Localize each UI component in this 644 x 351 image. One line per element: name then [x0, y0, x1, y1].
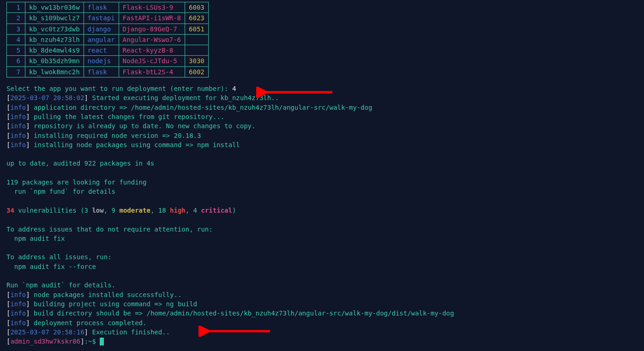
- address-all-line: To address all issues, run:: [6, 252, 638, 262]
- table-row: 4kb_nzuh4z73lhangularAngular-Wswo7-6: [7, 34, 209, 45]
- start-timestamp-line: [2025-03-07 20:58:02] Started executing …: [6, 93, 638, 102]
- run-audit-line: Run `npm audit` for details.: [6, 280, 638, 290]
- app-id: kb_vc0tz73dwb: [25, 24, 84, 34]
- app-name: NodeJS-cJTdu-5: [119, 56, 185, 66]
- row-number: 3: [7, 24, 25, 34]
- row-number: 1: [7, 2, 25, 13]
- port: [185, 45, 209, 56]
- table-row: 2kb_s109bwclz7fastapiFastAPI-i1sWR-86023: [7, 13, 209, 24]
- vulnerabilities-line: 34 vulnerabilities (3 low, 9 moderate, 1…: [6, 206, 638, 215]
- app-id: kb_0b35dzh9mn: [25, 56, 84, 66]
- framework: nodejs: [84, 56, 119, 66]
- app-name: Flask-LSUs3-9: [119, 2, 185, 13]
- row-number: 2: [7, 13, 25, 24]
- select-prompt-line: Select the app you want to run deploymen…: [6, 84, 638, 93]
- info-line: [info] repository is already up to date.…: [6, 121, 638, 131]
- port: 3030: [185, 56, 209, 66]
- app-id: kb_8de4mwl4s9: [25, 45, 84, 56]
- npm-uptodate: up to date, audited 922 packages in 4s: [6, 159, 638, 168]
- info-line: [info] build directory should be => /hom…: [6, 309, 638, 318]
- app-id: kb_lwok8mnc2h: [25, 66, 84, 77]
- npm-funding-line2: run `npm fund` for details: [6, 187, 638, 196]
- finish-timestamp-line: [2025-03-07 20:58:16] Execution finished…: [6, 327, 638, 337]
- framework: fastapi: [84, 13, 119, 24]
- framework: flask: [84, 2, 119, 13]
- app-name: React-kyyzB-8: [119, 45, 185, 56]
- info-line: [info] deployment process completed.: [6, 318, 638, 327]
- port: 6003: [185, 2, 209, 13]
- table-row: 3kb_vc0tz73dwbdjangoDjango-89GeQ-76051: [7, 24, 209, 34]
- selection-input-value: 4: [232, 85, 236, 92]
- port: 6023: [185, 13, 209, 24]
- info-line: [info] installing required node version …: [6, 131, 638, 140]
- app-id: kb_vw13br036w: [25, 2, 84, 13]
- framework: angular: [84, 34, 119, 45]
- audit-fix-line: npm audit fix: [6, 234, 638, 243]
- info-line: [info] pulling the latest changes from g…: [6, 112, 638, 121]
- info-line: [info] installing node packages using co…: [6, 140, 638, 149]
- info-line: [info] building project using command =>…: [6, 299, 638, 309]
- app-name: Flask-btL2S-4: [119, 66, 185, 77]
- blank-line: [6, 149, 638, 159]
- row-number: 7: [7, 66, 25, 77]
- port: [185, 34, 209, 45]
- framework: django: [84, 24, 119, 34]
- table-row: 1kb_vw13br036wflaskFlask-LSUs3-96003: [7, 2, 209, 13]
- app-name: Django-89GeQ-7: [119, 24, 185, 34]
- table-row: 7kb_lwok8mnc2hflaskFlask-btL2S-46002: [7, 66, 209, 77]
- framework: flask: [84, 66, 119, 77]
- table-row: 6kb_0b35dzh9mnnodejsNodeJS-cJTdu-53030: [7, 56, 209, 66]
- info-line: [info] application directory => /home/ad…: [6, 103, 638, 112]
- cursor-icon: [100, 338, 104, 345]
- info-line: [info] node packages installed successfu…: [6, 290, 638, 299]
- port: 6051: [185, 24, 209, 34]
- audit-fix-force-line: npm audit fix --force: [6, 262, 638, 271]
- npm-funding-line1: 119 packages are looking for funding: [6, 178, 638, 187]
- shell-prompt[interactable]: [admin_sd3hw7kskr86]:~$: [6, 337, 638, 346]
- port: 6002: [185, 66, 209, 77]
- table-row: 5kb_8de4mwl4s9reactReact-kyyzB-8: [7, 45, 209, 56]
- row-number: 4: [7, 34, 25, 45]
- row-number: 6: [7, 56, 25, 66]
- app-id: kb_nzuh4z73lh: [25, 34, 84, 45]
- app-id: kb_s109bwclz7: [25, 13, 84, 24]
- terminal-output[interactable]: 1kb_vw13br036wflaskFlask-LSUs3-960032kb_…: [0, 0, 644, 348]
- app-name: Angular-Wswo7-6: [119, 34, 185, 45]
- address-line: To address issues that do not require at…: [6, 225, 638, 234]
- framework: react: [84, 45, 119, 56]
- apps-table: 1kb_vw13br036wflaskFlask-LSUs3-960032kb_…: [6, 2, 209, 77]
- app-name: FastAPI-i1sWR-8: [119, 13, 185, 24]
- row-number: 5: [7, 45, 25, 56]
